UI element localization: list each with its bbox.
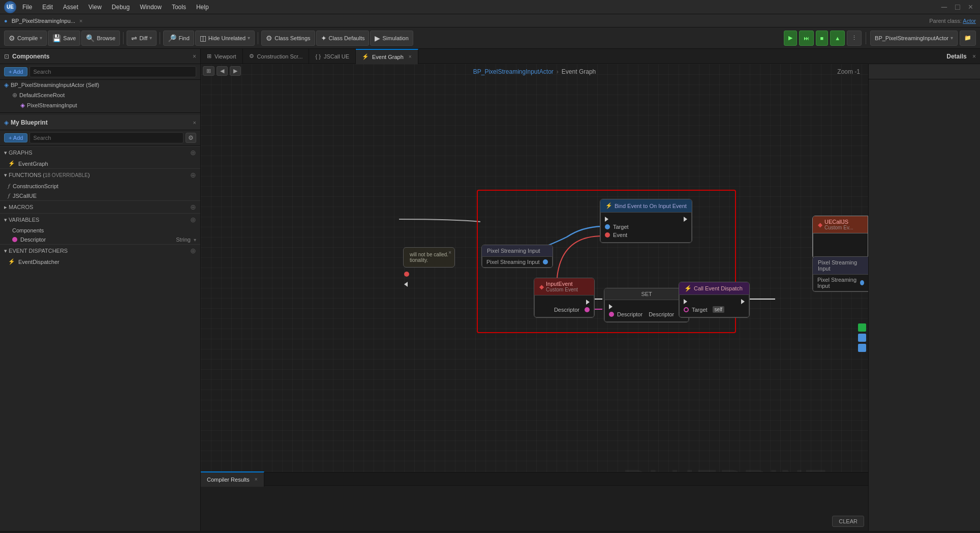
call-event-target-pin[interactable]: [684, 307, 689, 312]
my-blueprint-add-button[interactable]: + Add: [4, 133, 27, 142]
my-blueprint-search-input[interactable]: [29, 132, 183, 143]
hide-dropdown-arrow[interactable]: ▾: [248, 35, 250, 41]
event-graph-tab[interactable]: ⚡ Event Graph ×: [356, 49, 418, 64]
pause-button[interactable]: ▲: [830, 31, 845, 46]
menu-view[interactable]: View: [84, 3, 106, 12]
left-pin-red[interactable]: [404, 272, 409, 277]
clear-button[interactable]: CLEAR: [832, 516, 864, 527]
call-event-node[interactable]: ⚡ Call Event Dispatch Target self: [679, 282, 750, 318]
variables-add-icon[interactable]: ⊕: [190, 216, 196, 224]
event-dispatcher-item[interactable]: ⚡ EventDispatcher: [0, 257, 200, 266]
event-graph-tab-close[interactable]: ×: [409, 54, 412, 60]
window-minimize[interactable]: ─: [938, 3, 950, 12]
call-event-exec-out[interactable]: [741, 299, 745, 304]
components-add-button[interactable]: + Add: [4, 67, 27, 76]
jscallue-item[interactable]: 𝑓 JSCallUE: [0, 191, 200, 200]
class-settings-button[interactable]: ⚙ Class Settings: [261, 31, 315, 46]
menu-debug[interactable]: Debug: [108, 3, 134, 12]
compiler-results-close[interactable]: ×: [255, 477, 258, 482]
bind-event-target-pin[interactable]: [605, 224, 610, 229]
components-tab-close[interactable]: ×: [193, 53, 196, 60]
construction-tab[interactable]: ⚙ Construction Scr...: [243, 49, 310, 64]
browse-button[interactable]: 🔍 Browse: [81, 31, 120, 46]
graphs-section-header[interactable]: ▾ GRAPHS ⊕: [0, 146, 200, 159]
graph-grid-btn[interactable]: ⊞: [203, 66, 215, 76]
bind-event-exec-out[interactable]: [684, 217, 687, 222]
file-tab-close[interactable]: ×: [79, 18, 82, 24]
save-button[interactable]: 💾 Save: [48, 31, 80, 46]
menu-tools[interactable]: Tools: [168, 3, 190, 12]
functions-section-header[interactable]: ▾ FUNCTIONS (18 OVERRIDABLE) ⊕: [0, 168, 200, 181]
set-node[interactable]: SET Descriptor Descriptor: [604, 288, 689, 322]
graph-area[interactable]: ⊞ ◀ ▶ BP_PixelStreamingInputActor › Even…: [201, 64, 868, 531]
play-step-button[interactable]: ⏭: [799, 31, 814, 46]
details-close[interactable]: ×: [972, 53, 976, 60]
pixel-streaming-out-pin[interactable]: [543, 259, 548, 264]
stop-button[interactable]: ■: [816, 31, 829, 46]
diff-dropdown-arrow[interactable]: ▾: [149, 35, 152, 41]
macros-add-icon[interactable]: ⊕: [190, 203, 196, 211]
my-blueprint-settings-button[interactable]: ⚙: [186, 133, 196, 143]
window-close[interactable]: ×: [965, 3, 976, 12]
components-tab-label[interactable]: Components: [12, 53, 49, 60]
event-dispatchers-section-header[interactable]: ▾ EVENT DISPATCHERS ⊕: [0, 244, 200, 257]
parent-class-link[interactable]: Actor: [963, 18, 976, 24]
input-event-descriptor-pin[interactable]: [585, 307, 590, 312]
input-event-node[interactable]: ◆ InputEvent Custom Event Descriptor: [534, 278, 595, 318]
compile-button[interactable]: ⚙ Compile ▾: [4, 31, 47, 46]
menu-help[interactable]: Help: [192, 3, 213, 12]
components-var-item[interactable]: Components: [0, 226, 200, 235]
input-event-exec-out[interactable]: [586, 300, 590, 305]
graph-forward-btn[interactable]: ▶: [230, 66, 241, 76]
tree-item-pixel[interactable]: ◈ PixelStreamingInput: [16, 100, 200, 110]
menu-edit[interactable]: Edit: [38, 3, 57, 12]
descriptor-var-row[interactable]: Descriptor String ▾: [0, 235, 200, 244]
graphs-add-icon[interactable]: ⊕: [190, 149, 196, 157]
bind-event-node[interactable]: ⚡ Bind Event to On Input Event Target: [600, 199, 692, 243]
pixel-streaming-right-pin[interactable]: [860, 280, 864, 285]
jscall-tab[interactable]: { } JSCall UE: [309, 49, 356, 64]
actor-dropdown[interactable]: BP_PixelStreamingInputActor ▾: [870, 31, 958, 46]
menu-window[interactable]: Window: [136, 3, 166, 12]
window-maximize[interactable]: □: [952, 3, 963, 12]
set-desc-in-pin[interactable]: [609, 312, 614, 317]
compiler-results-tab[interactable]: Compiler Results ×: [201, 471, 264, 487]
uecalljs-node[interactable]: ◆ UECallJS Custom Ev...: [812, 216, 868, 259]
functions-add-icon[interactable]: ⊕: [190, 171, 196, 179]
graph-back-btn[interactable]: ◀: [217, 66, 228, 76]
actor-browse-button[interactable]: 📁: [960, 31, 976, 46]
variables-section-header[interactable]: ▾ VARIABLES ⊕: [0, 213, 200, 226]
file-tab-title[interactable]: BP_PixelStreamingInpu...: [12, 18, 75, 24]
bind-event-exec-in[interactable]: [605, 217, 608, 222]
breadcrumb-part1[interactable]: BP_PixelStreamingInputActor: [473, 68, 554, 75]
compile-dropdown-arrow[interactable]: ▾: [40, 35, 42, 41]
viewport-tab[interactable]: ⊞ Viewport: [201, 49, 243, 64]
actor-dropdown-arrow[interactable]: ▾: [951, 35, 953, 41]
left-pin-exec[interactable]: [404, 282, 408, 287]
hide-unrelated-button[interactable]: ◫ Hide Unrelated ▾: [195, 31, 255, 46]
play-button[interactable]: ▶: [784, 31, 797, 46]
right-icon-blue2[interactable]: [858, 344, 866, 352]
pixel-streaming-node-left[interactable]: Pixel Streaming Input Pixel Streaming In…: [481, 245, 553, 268]
tree-item-self[interactable]: ◈ BP_PixelStreamingInputActor (Self): [0, 80, 200, 90]
class-defaults-button[interactable]: ✦ Class Defaults: [316, 31, 370, 46]
diff-button[interactable]: ⇌ Diff ▾: [127, 31, 157, 46]
bind-event-event-pin[interactable]: [605, 232, 610, 238]
set-exec-in[interactable]: [609, 304, 612, 309]
event-dispatchers-add-icon[interactable]: ⊕: [190, 247, 196, 255]
right-icon-blue[interactable]: [858, 334, 866, 342]
macros-section-header[interactable]: ▸ MACROS ⊕: [0, 200, 200, 213]
pixel-streaming-right-node[interactable]: Pixel Streaming Input Pixel Streaming In…: [812, 256, 868, 292]
find-button[interactable]: 🔎 Find: [163, 31, 194, 46]
components-search-input[interactable]: [29, 66, 196, 77]
graph-canvas[interactable]: ⊞ ◀ ▶ BP_PixelStreamingInputActor › Even…: [201, 64, 868, 531]
menu-file[interactable]: File: [18, 3, 36, 12]
menu-asset[interactable]: Asset: [59, 3, 82, 12]
right-icon-green[interactable]: [858, 323, 866, 332]
event-graph-item[interactable]: ⚡ EventGraph: [0, 159, 200, 168]
call-event-exec-in[interactable]: [684, 299, 687, 304]
my-blueprint-close[interactable]: ×: [193, 120, 196, 126]
warning-close[interactable]: ×: [448, 250, 451, 255]
construction-script-item[interactable]: 𝑓 ConstructionScript: [0, 181, 200, 191]
tree-item-defaultscene[interactable]: ⊕ DefaultSceneRoot: [8, 90, 200, 100]
